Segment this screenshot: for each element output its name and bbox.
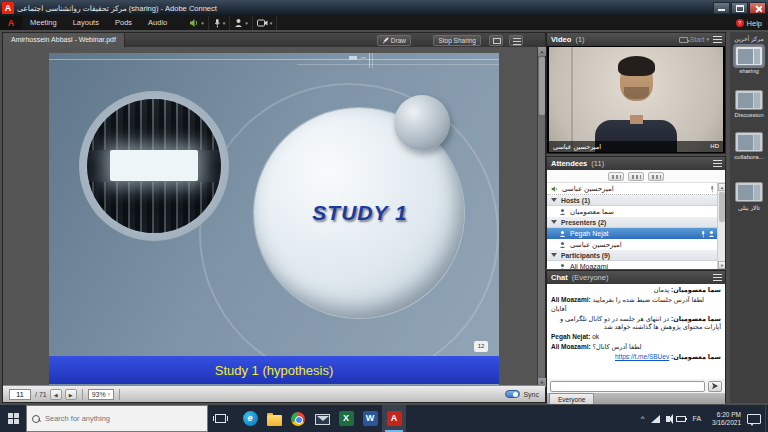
share-scrollbar[interactable]: ▲ ▼	[537, 47, 545, 387]
layout-sharing[interactable]: sharing	[730, 46, 768, 74]
video-pod-menu-icon[interactable]	[713, 36, 722, 43]
participant-icon	[559, 263, 566, 270]
layout-custom[interactable]: تالار پنلی	[730, 182, 768, 211]
layout-label: Discussion	[730, 112, 768, 118]
menu-audio[interactable]: Audio	[140, 16, 175, 30]
active-speaker-name: امیرحسین عباسی	[562, 185, 614, 193]
layout-label: تالار پنلی	[730, 204, 768, 211]
attendee-row-selected[interactable]: Pegah Nejat	[547, 228, 719, 239]
tray-expand-icon[interactable]: ^	[637, 414, 649, 423]
chat-sender: سما معصومیان	[669, 353, 721, 360]
search-input[interactable]	[45, 414, 195, 423]
close-button[interactable]	[749, 2, 766, 14]
attendee-row[interactable]: امیرحسین عباسی	[547, 239, 719, 250]
file-explorer-icon[interactable]	[262, 405, 286, 432]
chat-link[interactable]: https://t.me/SBUev	[615, 353, 669, 360]
help-button[interactable]: ? Help	[736, 19, 768, 28]
next-page-button[interactable]: ▶	[65, 389, 77, 400]
minimize-button[interactable]	[713, 2, 730, 14]
status-menu-button[interactable]: ▾	[230, 16, 253, 30]
share-toolbar: / 71 ◀ ▶ 93% ▾ Sync	[3, 385, 545, 402]
fullscreen-button[interactable]	[489, 35, 503, 46]
photo-skylight	[110, 150, 198, 181]
webcam-icon	[679, 37, 688, 43]
adobe-connect-taskbar-icon[interactable]	[382, 405, 406, 432]
start-button[interactable]	[0, 405, 26, 432]
chat-scope: (Everyone)	[572, 273, 609, 282]
start-webcam-button[interactable]: Start ▾	[679, 33, 709, 46]
attendee-row[interactable]: Ali Moazami	[547, 261, 719, 269]
volume-icon[interactable]	[662, 405, 675, 432]
attendee-row[interactable]: سما معصومیان	[547, 206, 719, 217]
layout-discussion[interactable]: Discussion	[730, 90, 768, 118]
language-indicator[interactable]: FA	[688, 415, 707, 422]
attendee-list: Hosts (1) سما معصومیان Presenters (2) Pe…	[547, 195, 719, 269]
scroll-down-icon[interactable]: ▼	[718, 261, 725, 269]
word-icon[interactable]	[358, 405, 382, 432]
group-hosts[interactable]: Hosts (1)	[547, 195, 719, 206]
slide-deco-line	[369, 53, 370, 68]
previous-page-button[interactable]: ◀	[50, 389, 62, 400]
host-icon	[559, 208, 566, 216]
chat-sender: سما معصومیان	[669, 286, 721, 293]
battery-glyph	[676, 416, 686, 422]
scroll-up-icon[interactable]: ▲	[538, 47, 546, 56]
slide-photo-circle	[79, 91, 229, 241]
scrollbar-thumb[interactable]	[539, 57, 545, 115]
draw-button[interactable]: Draw	[377, 35, 411, 46]
attendees-pod-menu-icon[interactable]	[713, 160, 722, 167]
chat-input[interactable]	[550, 381, 705, 392]
chrome-icon[interactable]	[286, 405, 310, 432]
scroll-up-icon[interactable]: ▲	[718, 183, 725, 191]
layout-label: collabora...	[730, 154, 768, 160]
chat-tab-everyone[interactable]: Everyone	[549, 393, 594, 404]
presenter-icon	[559, 241, 566, 249]
zoom-select[interactable]: 93% ▾	[88, 389, 115, 400]
excel-icon[interactable]	[334, 405, 358, 432]
action-center-icon[interactable]	[747, 414, 761, 424]
menu-layouts[interactable]: Layouts	[65, 16, 107, 30]
menu-bar: A Meeting Layouts Pods Audio ▾ ▾ ▾ ▾ ? H…	[0, 16, 768, 30]
layout-label: sharing	[730, 68, 768, 74]
slide-caption-bar: Study 1 (hypothesis)	[49, 356, 499, 384]
task-view-button[interactable]	[208, 405, 232, 432]
scrollbar-thumb[interactable]	[719, 192, 725, 222]
chat-sender: Ali Moazami	[551, 296, 593, 303]
breakout-view-button[interactable]	[628, 172, 644, 181]
chat-message: سما معصومیاندر انتهای هر جلسه در دو کانا…	[551, 315, 721, 332]
sync-toggle[interactable]: Sync	[505, 390, 539, 398]
video-pod: Video (1) Start ▾ امیرحسین عباسی HD	[546, 32, 726, 154]
chat-pod-title: Chat	[551, 273, 568, 282]
group-participants[interactable]: Participants (9)	[547, 250, 719, 261]
person-beard	[624, 87, 649, 99]
stop-sharing-button[interactable]: Stop Sharing	[433, 35, 481, 46]
layout-thumbnail	[735, 46, 763, 66]
layout-collaboration[interactable]: collabora...	[730, 132, 768, 160]
network-icon[interactable]	[649, 405, 662, 432]
taskbar-search[interactable]	[26, 405, 208, 432]
chat-pod-menu-icon[interactable]	[713, 274, 722, 281]
menu-pods[interactable]: Pods	[107, 16, 140, 30]
page-number-input[interactable]	[9, 389, 31, 400]
attendee-view-button[interactable]	[608, 172, 624, 181]
fullscreen-icon	[493, 38, 501, 44]
sync-label: Sync	[523, 391, 539, 398]
share-document-tab[interactable]: Amirhossein Abbasi - Webinar.pdf	[3, 33, 125, 47]
maximize-button[interactable]	[731, 2, 748, 14]
attendees-scrollbar[interactable]: ▲ ▼	[717, 183, 725, 269]
group-presenters[interactable]: Presenters (2)	[547, 217, 719, 228]
microphone-menu-button[interactable]: ▾	[209, 16, 231, 30]
share-pod-menu-button[interactable]	[509, 35, 523, 46]
edge-icon[interactable]	[238, 405, 262, 432]
zoom-value: 93%	[92, 391, 106, 398]
webcam-menu-button[interactable]: ▾	[253, 16, 278, 30]
speaker-menu-button[interactable]: ▾	[185, 16, 209, 30]
taskbar-clock[interactable]: 6:20 PM 3/16/2021	[706, 411, 747, 427]
battery-icon[interactable]	[675, 405, 688, 432]
status-view-button[interactable]	[648, 172, 664, 181]
chat-message: Ali Moazamiلطفا آدرس جلسات ضبط شده را بف…	[551, 296, 721, 313]
mail-icon[interactable]	[310, 405, 334, 432]
menu-meeting[interactable]: Meeting	[22, 16, 65, 30]
attendees-body: امیرحسین عباسی Hosts (1) سما معصومیان Pr…	[547, 170, 725, 269]
send-message-button[interactable]	[708, 381, 722, 392]
